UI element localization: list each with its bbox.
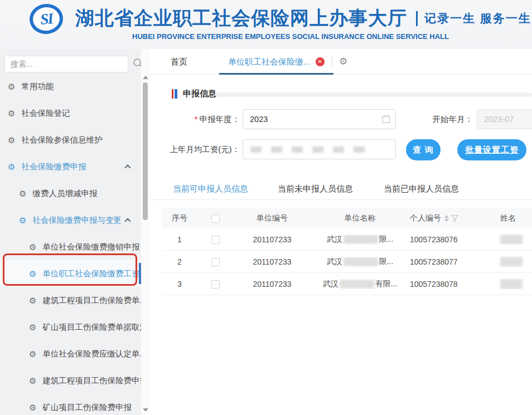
row-index: 3 xyxy=(162,280,197,289)
filter-icon[interactable] xyxy=(451,213,458,222)
gear-icon: ⚙ xyxy=(8,82,15,91)
sidebar-item[interactable]: ⚙单位社会保险缴费撤销申报 xyxy=(0,233,141,260)
column-label: 单位编号 xyxy=(257,213,288,222)
column-label: 序号 xyxy=(172,213,187,222)
start-month-input xyxy=(477,109,532,129)
tab-active-label: 单位职工社会保险缴... xyxy=(228,57,311,67)
sidebar-menu: ⚙常用功能⚙社会保险登记⚙社会保险参保信息维护⚙社会保险缴费申报⚙缴费人员增减申… xyxy=(0,73,141,415)
query-button[interactable]: 查 询 xyxy=(406,139,441,160)
unit-name-suffix: 限... xyxy=(379,235,394,243)
tab-home[interactable]: 首页 xyxy=(171,49,187,75)
sidebar-item[interactable]: ⚙矿山项目工伤保险费申报 xyxy=(0,394,141,415)
sidebar-item-label: 建筑工程项目工伤保险费单... xyxy=(42,295,146,306)
declare-year-input[interactable] xyxy=(243,109,396,129)
sidebar-item[interactable]: ⚙矿山项目工伤保险费单据取消 xyxy=(0,314,141,340)
sidebar-item-label: 单位社会保险费应缴认定单... xyxy=(42,349,146,359)
gear-icon: ⚙ xyxy=(8,163,15,171)
sidebar: ⚙常用功能⚙社会保险登记⚙社会保险参保信息维护⚙社会保险缴费申报⚙缴费人员增减申… xyxy=(0,49,149,415)
tabbar-gear-icon[interactable]: ⚙ xyxy=(339,49,347,75)
people-tab[interactable]: 当前已申报人员信息 xyxy=(384,182,459,198)
scrollbar-thumb[interactable] xyxy=(143,82,148,220)
people-tabs-rule xyxy=(149,199,532,200)
row-checkbox-cell xyxy=(197,257,233,266)
redacted-company-name xyxy=(344,257,378,266)
person-number: 10057238078 xyxy=(409,280,498,289)
sidebar-item[interactable]: ⚙社会保险登记 xyxy=(0,100,141,126)
table-header-cell: 序号 xyxy=(162,213,197,223)
section-header: 申报信息 xyxy=(172,88,216,99)
unit-name-suffix: 有限... xyxy=(375,279,398,288)
title-divider xyxy=(416,11,418,26)
gear-icon: ⚙ xyxy=(29,296,36,305)
gear-icon: ⚙ xyxy=(8,136,15,144)
scroll-up-arrow-icon[interactable] xyxy=(143,76,148,79)
gear-icon: ⚙ xyxy=(29,323,36,331)
app-slogan: 记录一生 服务一生 保障一生 xyxy=(424,11,532,26)
unit-number: 201107233 xyxy=(233,235,311,244)
declare-year-label: *申报年度： xyxy=(149,109,240,129)
search-input[interactable] xyxy=(4,56,128,72)
scroll-down-arrow-icon[interactable] xyxy=(143,408,148,412)
tab-close-icon[interactable]: ✕ xyxy=(316,57,325,66)
avg-wage-field-wrap xyxy=(243,139,396,159)
sidebar-item[interactable]: ⚙单位社会保险费应缴认定单... xyxy=(0,340,141,367)
row-checkbox[interactable] xyxy=(211,280,220,289)
sidebar-item-label: 社会保险登记 xyxy=(21,108,70,119)
sidebar-item-label: 单位社会保险缴费撤销申报 xyxy=(42,242,139,252)
sidebar-item-label: 单位职工社会保险缴费工资... xyxy=(42,268,146,279)
sidebar-item-label: 建筑工程项目工伤保险费申报 xyxy=(42,375,148,386)
row-checkbox[interactable] xyxy=(211,258,220,266)
gear-icon: ⚙ xyxy=(19,189,26,198)
table-header-row: 序号单位编号单位名称个人编号姓名 xyxy=(162,208,532,228)
gear-icon: ⚙ xyxy=(29,270,36,278)
main-content: 首页 单位职工社会保险缴... ✕ ⚙ 申报信息 *申报年度： 开始年月 xyxy=(149,49,532,415)
gear-icon: ⚙ xyxy=(29,377,36,385)
sidebar-item-label: 缴费人员增减申报 xyxy=(32,188,97,199)
sidebar-item[interactable]: ⚙缴费人员增减申报 xyxy=(0,180,141,207)
people-tab[interactable]: 当前未申报人员信息 xyxy=(278,182,353,198)
sidebar-item[interactable]: ⚙社会保险缴费申报 xyxy=(0,153,141,180)
sidebar-item-label: 矿山项目工伤保险费单据取消 xyxy=(42,322,148,333)
unit-number: 201107233 xyxy=(233,257,311,266)
table-header-cell: 单位名称 xyxy=(311,213,409,223)
sidebar-item[interactable]: ⚙建筑工程项目工伤保险费申报 xyxy=(0,367,141,394)
sidebar-item-label: 常用功能 xyxy=(21,81,54,92)
people-tabs: 当前可申报人员信息当前未申报人员信息当前已申报人员信息 xyxy=(149,182,532,198)
tab-active[interactable]: 单位职工社会保险缴... ✕ xyxy=(219,49,333,75)
sidebar-item[interactable]: ⚙常用功能 xyxy=(0,73,141,100)
app-subtitle-english: HUBEI PROVINCE ENTERPRISE EMPLOYEES SOCI… xyxy=(132,32,449,41)
chevron-up-icon xyxy=(124,218,130,224)
unit-name-prefix: 武汉 xyxy=(327,235,342,243)
page-title: 湖北省企业职工社会保险网上办事大厅 xyxy=(75,6,407,31)
unit-name: 武汉限... xyxy=(311,257,409,267)
people-table: 序号单位编号单位名称个人编号姓名 1201107233武汉限...1005723… xyxy=(162,208,532,295)
row-checkbox[interactable] xyxy=(211,236,220,244)
sidebar-item[interactable]: ⚙建筑工程项目工伤保险费单... xyxy=(0,287,141,314)
sidebar-item[interactable]: ⚙社会保险参保信息维护 xyxy=(0,126,141,153)
unit-name-prefix: 武汉 xyxy=(323,279,338,288)
table-header-cell: 姓名 xyxy=(498,213,532,223)
tabbar-divider xyxy=(332,56,332,67)
table-row: 3201107233武汉有限...10057238078 xyxy=(162,273,532,295)
avg-wage-input[interactable] xyxy=(243,139,396,159)
gear-icon: ⚙ xyxy=(29,350,36,358)
select-all-checkbox[interactable] xyxy=(211,214,220,223)
unit-name: 武汉限... xyxy=(311,235,409,245)
sidebar-scrollbar[interactable] xyxy=(141,49,149,415)
gear-icon: ⚙ xyxy=(8,109,15,118)
sidebar-item[interactable]: ⚙单位职工社会保险缴费工资... xyxy=(0,260,141,287)
batch-set-wage-button[interactable]: 批量设置工资 xyxy=(457,139,526,160)
gear-icon: ⚙ xyxy=(29,403,36,412)
section-marker-blue xyxy=(175,89,177,99)
sidebar-item[interactable]: ⚙社会保险缴费申报与变更 xyxy=(0,207,141,233)
sidebar-item-label: 社会保险缴费申报与变更 xyxy=(32,215,122,226)
redacted-company-name xyxy=(340,280,374,289)
section-rule xyxy=(215,92,532,97)
sort-icon[interactable] xyxy=(444,215,449,222)
tab-bar: 首页 单位职工社会保险缴... ✕ ⚙ xyxy=(149,49,532,75)
person-name xyxy=(498,234,532,244)
people-tab[interactable]: 当前可申报人员信息 xyxy=(173,182,248,198)
row-checkbox-cell xyxy=(197,279,233,289)
person-number: 10057238076 xyxy=(409,235,498,244)
unit-number: 201107233 xyxy=(233,280,311,289)
